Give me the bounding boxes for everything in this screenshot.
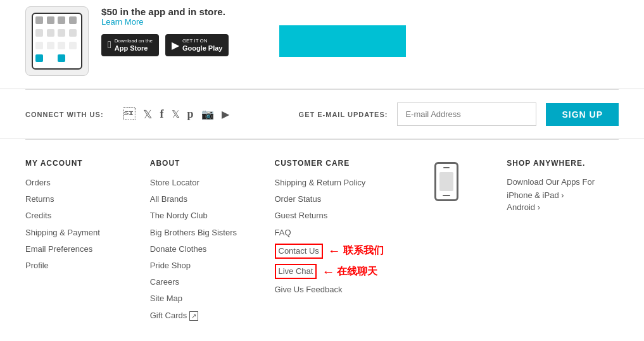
returns-link[interactable]: Returns xyxy=(25,194,54,204)
my-account-column: MY ACCOUNT Orders Returns Credits Shippi… xyxy=(25,159,137,326)
list-item: Orders xyxy=(25,177,137,189)
store-badges:  Download on the App Store ▶ GET IT ON … xyxy=(101,34,229,56)
list-item: FAQ xyxy=(275,227,387,239)
apple-icon:  xyxy=(108,39,111,51)
credits-link[interactable]: Credits xyxy=(25,211,51,220)
phone-mockup xyxy=(25,6,89,76)
customer-care-column: CUSTOMER CARE Shipping & Return Policy O… xyxy=(275,159,387,326)
list-item: Returns xyxy=(25,194,137,205)
social-icons:  𝕏 f 𝕏 p 📷 ▶ xyxy=(123,107,229,121)
connect-label: CONNECT WITH US: xyxy=(25,111,104,118)
phone-icon-graphic xyxy=(434,162,458,201)
donate-clothes-link[interactable]: Donate Clothes xyxy=(150,244,207,254)
top-section: $50 in the app and in store. Learn More … xyxy=(0,0,644,89)
about-heading: ABOUT xyxy=(150,159,262,168)
shipping-return-link[interactable]: Shipping & Return Policy xyxy=(275,178,366,187)
my-account-list: Orders Returns Credits Shipping & Paymen… xyxy=(25,177,137,271)
cyan-signup-button[interactable] xyxy=(279,25,406,57)
google-play-icon: ▶ xyxy=(172,39,179,51)
about-list: Store Locator All Brands The Nordy Club … xyxy=(150,177,262,321)
customer-care-heading: CUSTOMER CARE xyxy=(275,159,387,168)
list-item: Credits xyxy=(25,210,137,221)
pride-shop-link[interactable]: Pride Shop xyxy=(150,261,191,270)
twitter-icon[interactable]: 𝕏 xyxy=(143,108,153,121)
app-promo: $50 in the app and in store. Learn More … xyxy=(25,6,229,76)
list-item: Email Preferences xyxy=(25,244,137,255)
live-chat-chinese: 在线聊天 xyxy=(337,265,377,278)
orders-link[interactable]: Orders xyxy=(25,178,51,187)
nordy-club-link[interactable]: The Nordy Club xyxy=(150,211,208,220)
list-item: Pride Shop xyxy=(150,260,262,271)
google-play-badge[interactable]: ▶ GET IT ON Google Play xyxy=(165,34,229,56)
facebook-icon[interactable]:  xyxy=(123,107,136,121)
facebook-link[interactable]: f xyxy=(160,108,164,121)
list-item: Site Map xyxy=(150,293,262,304)
gift-cards-link[interactable]: Gift Cards ↗ xyxy=(150,311,198,320)
feedback-link[interactable]: Give Us Feedback xyxy=(275,285,343,294)
list-item: Gift Cards ↗ xyxy=(150,310,262,321)
my-account-heading: MY ACCOUNT xyxy=(25,159,137,168)
external-link-icon: ↗ xyxy=(189,311,198,321)
phone-graphic-column xyxy=(399,159,494,326)
profile-link[interactable]: Profile xyxy=(25,261,49,270)
contact-us-arrow: ← xyxy=(328,244,341,258)
list-item: Order Status xyxy=(275,194,387,205)
list-item: Live Chat ← 在线聊天 xyxy=(275,264,387,279)
contact-us-link[interactable]: Contact Us xyxy=(279,246,319,256)
careers-link[interactable]: Careers xyxy=(150,277,179,287)
android-link[interactable]: Android xyxy=(507,202,619,212)
phone-screen xyxy=(32,13,82,70)
shop-anywhere-heading: SHOP ANYWHERE. xyxy=(507,159,619,168)
all-brands-link[interactable]: All Brands xyxy=(150,194,187,204)
shop-anywhere-column: SHOP ANYWHERE. Download Our Apps For iPh… xyxy=(507,159,619,326)
list-item: Donate Clothes xyxy=(150,244,262,255)
email-preferences-link[interactable]: Email Preferences xyxy=(25,244,92,254)
list-item: Careers xyxy=(150,276,262,288)
youtube-link[interactable]: ▶ xyxy=(222,108,229,120)
twitter-link[interactable]: 𝕏 xyxy=(172,108,180,120)
live-chat-link[interactable]: Live Chat xyxy=(279,266,313,276)
site-map-link[interactable]: Site Map xyxy=(150,294,182,303)
app-store-text: Download on the App Store xyxy=(115,38,153,53)
download-label: Download Our Apps For xyxy=(507,177,619,187)
phone-graphic xyxy=(434,162,458,201)
order-status-link[interactable]: Order Status xyxy=(275,194,322,204)
list-item: Contact Us ← 联系我们 xyxy=(275,244,387,259)
email-updates-label: GET E-MAIL UPDATES: xyxy=(299,111,388,118)
list-item: Shipping & Return Policy xyxy=(275,177,387,189)
signup-button[interactable]: SIGN UP xyxy=(546,103,619,126)
list-item: Profile xyxy=(25,260,137,271)
live-chat-arrow: ← xyxy=(322,264,334,279)
shipping-payment-link[interactable]: Shipping & Payment xyxy=(25,228,100,237)
signup-section xyxy=(279,6,406,76)
promo-content: $50 in the app and in store. Learn More … xyxy=(101,6,229,56)
guest-returns-link[interactable]: Guest Returns xyxy=(275,211,328,220)
instagram-link[interactable]: 📷 xyxy=(201,108,214,120)
list-item: All Brands xyxy=(150,194,262,205)
google-play-text: GET IT ON Google Play xyxy=(182,38,223,53)
about-column: ABOUT Store Locator All Brands The Nordy… xyxy=(150,159,262,326)
learn-more-link[interactable]: Learn More xyxy=(101,17,229,27)
email-input[interactable] xyxy=(397,102,536,126)
faq-link[interactable]: FAQ xyxy=(275,228,291,237)
promo-heading: $50 in the app and in store. xyxy=(101,6,229,17)
app-store-badge[interactable]:  Download on the App Store xyxy=(101,34,159,56)
list-item: The Nordy Club xyxy=(150,210,262,221)
email-section: GET E-MAIL UPDATES: SIGN UP xyxy=(299,102,619,126)
contact-us-chinese: 联系我们 xyxy=(343,244,384,257)
pinterest-link[interactable]: p xyxy=(187,108,194,121)
big-brothers-link[interactable]: Big Brothers Big Sisters xyxy=(150,228,237,237)
footer-columns: MY ACCOUNT Orders Returns Credits Shippi… xyxy=(0,140,644,341)
list-item: Give Us Feedback xyxy=(275,284,387,295)
connect-bar: CONNECT WITH US:  𝕏 f 𝕏 p 📷 ▶ GET E-MAI… xyxy=(0,90,644,139)
list-item: Shipping & Payment xyxy=(25,227,137,239)
customer-care-list: Shipping & Return Policy Order Status Gu… xyxy=(275,177,387,295)
list-item: Guest Returns xyxy=(275,210,387,221)
list-item: Big Brothers Big Sisters xyxy=(150,227,262,239)
list-item: Store Locator xyxy=(150,177,262,189)
iphone-ipad-link[interactable]: iPhone & iPad xyxy=(507,190,619,200)
store-locator-link[interactable]: Store Locator xyxy=(150,178,199,187)
